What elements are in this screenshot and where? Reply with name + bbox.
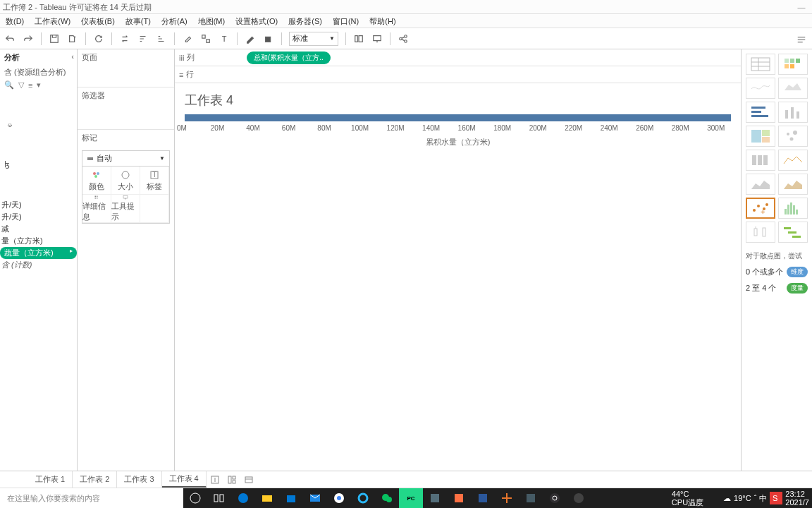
menu-map[interactable]: 地图(M) [194, 14, 230, 28]
chart-text-table[interactable] [746, 54, 775, 75]
app-icon-2[interactable] [447, 488, 471, 508]
store-icon[interactable] [279, 488, 303, 508]
columns-shelf[interactable]: iii列 总和(累积水量（立方.. [175, 49, 741, 66]
minimize-button[interactable]: — [791, 0, 812, 14]
sheet-tab[interactable]: 工作表 2 [73, 471, 117, 488]
app-icon-3[interactable] [519, 488, 543, 508]
highlight-button[interactable] [182, 33, 193, 44]
sheet-tab[interactable]: 工作表 1 [28, 471, 73, 488]
pages-shelf[interactable]: 页面 [82, 52, 170, 63]
chart-hbar[interactable] [746, 102, 775, 123]
visualization[interactable]: 工作表 4 0M20M40M60M80M100M120M140M160M180M… [175, 83, 741, 471]
fit-selector[interactable]: 标准▼ [289, 32, 338, 46]
menu-window[interactable]: 窗口(N) [328, 14, 363, 28]
save-button[interactable] [49, 33, 60, 44]
datasource-item[interactable]: 含 (资源组合分析) [0, 66, 77, 79]
ime-indicator[interactable]: 中 [759, 493, 767, 504]
weather-icon[interactable]: ☁ [723, 494, 731, 503]
undo-button[interactable] [4, 33, 16, 44]
bar-mark[interactable] [185, 114, 731, 121]
filter-icon[interactable]: ▽ [18, 80, 24, 90]
field-search[interactable]: 🔍 ▽ ≡ ▾ [0, 79, 77, 91]
cpu-temp[interactable]: 44°CCPU温度 [672, 490, 703, 507]
rows-shelf[interactable]: ≡行 [175, 66, 741, 83]
mail-icon[interactable] [303, 488, 327, 508]
measure-item[interactable]: 升/天) [0, 211, 77, 223]
tableau-icon[interactable] [495, 488, 519, 508]
marks-color[interactable]: 颜色 [82, 167, 111, 195]
share-button[interactable] [398, 33, 409, 44]
cortana-icon[interactable] [183, 488, 207, 508]
fill-button[interactable] [263, 33, 274, 44]
wechat-icon[interactable] [375, 488, 399, 508]
refresh-button[interactable] [93, 33, 104, 44]
sheet-tab-active[interactable]: 工作表 4 [162, 471, 207, 488]
marks-detail[interactable]: 详细信息 [82, 195, 111, 223]
chart-gantt[interactable] [778, 222, 808, 243]
analytics-tab[interactable]: 分析 [4, 52, 20, 63]
labels-button[interactable]: T [219, 33, 230, 44]
menu-format[interactable]: 设置格式(O) [231, 14, 282, 28]
menu-analysis[interactable]: 分析(A) [157, 14, 192, 28]
filters-shelf[interactable]: 筛选器 [82, 90, 170, 101]
chart-side-bar[interactable] [746, 150, 775, 171]
marks-size[interactable]: 大小 [111, 167, 140, 195]
pycharm-icon[interactable]: PC [399, 488, 423, 508]
edge-icon[interactable] [231, 488, 255, 508]
chart-area[interactable] [746, 174, 775, 195]
menu-server[interactable]: 服务器(S) [284, 14, 326, 28]
dropdown-icon[interactable]: ▾ [37, 80, 41, 90]
menu-dashboard[interactable]: 仪表板(B) [77, 14, 119, 28]
show-hide-cards-button[interactable] [353, 33, 364, 44]
new-dashboard-button[interactable] [223, 471, 240, 488]
show-me-toggle[interactable] [795, 32, 808, 46]
sheet-title[interactable]: 工作表 4 [185, 92, 734, 109]
measure-item[interactable]: 减 [0, 223, 77, 235]
obs-icon[interactable] [543, 488, 567, 508]
sort-desc-button[interactable] [156, 33, 167, 44]
chrome-icon[interactable] [327, 488, 351, 508]
sort-asc-button[interactable] [137, 33, 149, 44]
new-worksheet-button[interactable] [207, 471, 223, 488]
app-icon[interactable] [423, 488, 447, 508]
measure-count-item[interactable]: 含 (计数) [0, 259, 77, 271]
chart-area-discrete[interactable] [778, 174, 808, 195]
task-view-icon[interactable] [207, 488, 231, 508]
presentation-button[interactable] [371, 33, 383, 44]
marks-tooltip[interactable]: 工具提示 [111, 195, 140, 223]
tray-chevron[interactable]: ˆ [754, 494, 757, 502]
new-story-button[interactable] [240, 471, 257, 488]
measure-item[interactable]: 量（立方米) [0, 235, 77, 247]
chart-scatter[interactable]: + [746, 198, 775, 219]
sogou-icon[interactable]: S [770, 488, 782, 508]
swap-button[interactable] [119, 33, 130, 44]
chart-heatmap[interactable] [778, 54, 808, 75]
marks-label[interactable]: T标签 [140, 167, 169, 195]
chart-histogram[interactable] [778, 198, 808, 219]
app-icon-4[interactable] [567, 488, 591, 508]
collapse-icon[interactable]: ‹ [71, 52, 74, 61]
menu-help[interactable]: 帮助(H) [365, 14, 400, 28]
redo-button[interactable] [23, 33, 34, 44]
word-icon[interactable] [471, 488, 495, 508]
menu-data[interactable]: 数(D) [1, 14, 28, 28]
group-button[interactable] [200, 33, 211, 44]
ie-icon[interactable] [351, 488, 375, 508]
measure-item-selected[interactable]: 蔬量（立方米) [0, 247, 77, 259]
chart-circle[interactable] [778, 126, 808, 147]
view-mode-icon[interactable]: ≡ [28, 81, 32, 90]
clock[interactable]: 23:122021/7 [785, 490, 809, 507]
pen-button[interactable] [245, 33, 256, 44]
menu-story[interactable]: 故事(T) [121, 14, 155, 28]
sheet-tab[interactable]: 工作表 3 [117, 471, 161, 488]
windows-search[interactable]: 在这里输入你要搜索的内容 [0, 488, 183, 508]
measure-item[interactable]: 升/天) [0, 199, 77, 211]
chart-treemap[interactable] [746, 126, 775, 147]
chart-map-filled[interactable] [778, 78, 808, 99]
new-datasource-button[interactable] [67, 33, 78, 44]
menu-worksheet[interactable]: 工作表(W) [30, 14, 75, 28]
explorer-icon[interactable] [255, 488, 279, 508]
chart-line-discrete[interactable] [778, 150, 808, 171]
chart-vbar[interactable] [778, 102, 808, 123]
chart-box[interactable] [746, 222, 775, 243]
